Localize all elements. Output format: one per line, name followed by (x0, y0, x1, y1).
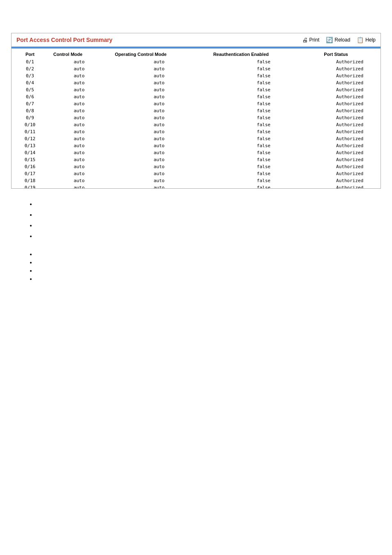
cell-status: Authorized (319, 86, 380, 93)
table-row: 0/10 auto auto false Authorized (12, 121, 380, 128)
cell-opcontrol: auto (110, 107, 208, 114)
cell-opcontrol: auto (110, 79, 208, 86)
cell-control: auto (48, 86, 110, 93)
cell-reauth: false (208, 58, 319, 65)
bullet-section-2 (11, 251, 381, 282)
table-row: 0/14 auto auto false Authorized (12, 149, 380, 156)
list-item (36, 222, 364, 228)
cell-reauth: false (208, 184, 319, 188)
cell-reauth: false (208, 142, 319, 149)
cell-port: 0/16 (12, 163, 48, 170)
reload-button[interactable]: 🔄 Reload (326, 37, 350, 43)
list-item (36, 268, 364, 273)
cell-control: auto (48, 156, 110, 163)
print-icon: 🖨 (302, 37, 308, 43)
table-row: 0/5 auto auto false Authorized (12, 86, 380, 93)
cell-status: Authorized (319, 72, 380, 79)
table-row: 0/17 auto auto false Authorized (12, 170, 380, 177)
table-row: 0/6 auto auto false Authorized (12, 93, 380, 100)
cell-port: 0/19 (12, 184, 48, 188)
cell-reauth: false (208, 79, 319, 86)
cell-control: auto (48, 100, 110, 107)
cell-opcontrol: auto (110, 58, 208, 65)
cell-control: auto (48, 177, 110, 184)
cell-opcontrol: auto (110, 135, 208, 142)
table-row: 0/8 auto auto false Authorized (12, 107, 380, 114)
table-row: 0/12 auto auto false Authorized (12, 135, 380, 142)
cell-control: auto (48, 142, 110, 149)
cell-status: Authorized (319, 58, 380, 65)
table-row: 0/1 auto auto false Authorized (12, 58, 380, 65)
cell-opcontrol: auto (110, 100, 208, 107)
cell-opcontrol: auto (110, 149, 208, 156)
list-item (36, 259, 364, 265)
cell-reauth: false (208, 135, 319, 142)
table-header-row: Port Control Mode Operating Control Mode… (12, 50, 380, 58)
cell-port: 0/10 (12, 121, 48, 128)
table-row: 0/19 auto auto false Authorized (12, 184, 380, 188)
cell-status: Authorized (319, 114, 380, 121)
cell-port: 0/2 (12, 65, 48, 72)
table-row: 0/4 auto auto false Authorized (12, 79, 380, 86)
bullet-section-1 (11, 201, 381, 239)
cell-reauth: false (208, 149, 319, 156)
cell-port: 0/8 (12, 107, 48, 114)
cell-status: Authorized (319, 184, 380, 188)
cell-status: Authorized (319, 100, 380, 107)
cell-control: auto (48, 72, 110, 79)
cell-port: 0/17 (12, 170, 48, 177)
cell-control: auto (48, 79, 110, 86)
main-container: Port Access Control Port Summary 🖨 Print… (11, 33, 381, 282)
cell-control: auto (48, 58, 110, 65)
cell-opcontrol: auto (110, 156, 208, 163)
table-row: 0/13 auto auto false Authorized (12, 142, 380, 149)
cell-control: auto (48, 170, 110, 177)
table-body: 0/1 auto auto false Authorized 0/2 auto … (12, 58, 380, 188)
cell-reauth: false (208, 170, 319, 177)
table-row: 0/9 auto auto false Authorized (12, 114, 380, 121)
cell-reauth: false (208, 121, 319, 128)
cell-control: auto (48, 93, 110, 100)
cell-port: 0/11 (12, 128, 48, 135)
cell-port: 0/18 (12, 177, 48, 184)
table-row: 0/18 auto auto false Authorized (12, 177, 380, 184)
cell-control: auto (48, 65, 110, 72)
list-item (36, 201, 364, 207)
table-row: 0/2 auto auto false Authorized (12, 65, 380, 72)
cell-opcontrol: auto (110, 142, 208, 149)
panel-header: Port Access Control Port Summary 🖨 Print… (12, 33, 380, 47)
cell-reauth: false (208, 163, 319, 170)
cell-port: 0/15 (12, 156, 48, 163)
cell-port: 0/6 (12, 93, 48, 100)
cell-opcontrol: auto (110, 86, 208, 93)
table-container[interactable]: Port Control Mode Operating Control Mode… (12, 49, 380, 188)
help-label: Help (365, 37, 376, 43)
table-row: 0/11 auto auto false Authorized (12, 128, 380, 135)
help-icon: 📋 (357, 37, 364, 43)
cell-reauth: false (208, 72, 319, 79)
cell-control: auto (48, 163, 110, 170)
cell-status: Authorized (319, 170, 380, 177)
cell-port: 0/4 (12, 79, 48, 86)
cell-reauth: false (208, 177, 319, 184)
cell-port: 0/14 (12, 149, 48, 156)
cell-opcontrol: auto (110, 177, 208, 184)
print-button[interactable]: 🖨 Print (302, 37, 320, 43)
cell-status: Authorized (319, 163, 380, 170)
cell-reauth: false (208, 65, 319, 72)
cell-opcontrol: auto (110, 72, 208, 79)
list-item (36, 212, 364, 217)
col-header-opcontrol: Operating Control Mode (110, 50, 208, 58)
cell-control: auto (48, 121, 110, 128)
cell-status: Authorized (319, 93, 380, 100)
panel: Port Access Control Port Summary 🖨 Print… (11, 33, 381, 189)
cell-reauth: false (208, 156, 319, 163)
list-item (36, 233, 364, 239)
list-item (36, 251, 364, 257)
list-item (36, 276, 364, 282)
cell-status: Authorized (319, 177, 380, 184)
cell-opcontrol: auto (110, 65, 208, 72)
cell-reauth: false (208, 114, 319, 121)
help-button[interactable]: 📋 Help (357, 37, 376, 43)
cell-status: Authorized (319, 107, 380, 114)
